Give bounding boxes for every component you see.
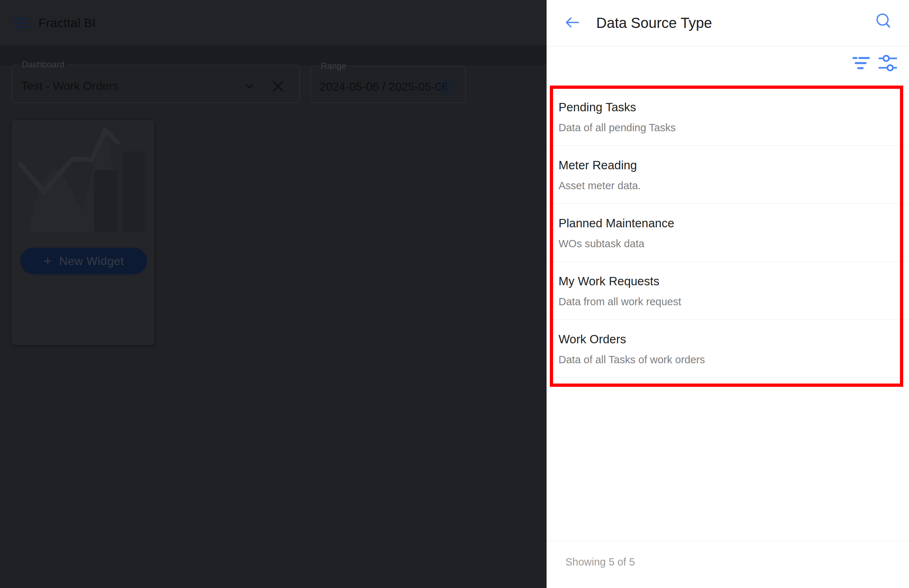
app-title: Fracttal BI bbox=[39, 0, 96, 46]
clear-icon[interactable] bbox=[271, 79, 285, 94]
app-bar: Fracttal BI bbox=[0, 0, 547, 46]
date-range-field[interactable]: Range 2024-05-06 / 2025-05-06 bbox=[311, 61, 466, 103]
list-item-pending-tasks[interactable]: Pending Tasks Data of all pending Tasks bbox=[547, 88, 909, 146]
dimmed-main-area: Fracttal BI Dashboard Test - Work Orders… bbox=[0, 0, 547, 588]
list-item-meter-reading[interactable]: Meter Reading Asset meter data. bbox=[547, 146, 909, 204]
list-item-title: Work Orders bbox=[559, 331, 898, 347]
dashboard-select[interactable]: Dashboard Test - Work Orders bbox=[11, 60, 300, 103]
widget-placeholder-card: + New Widget bbox=[11, 120, 154, 345]
dashboard-label: Dashboard bbox=[18, 60, 68, 69]
data-source-panel: Data Source Type Pending Tasks bbox=[547, 0, 909, 588]
list-item-title: Planned Maintenance bbox=[559, 215, 898, 231]
list-item-title: Meter Reading bbox=[559, 157, 898, 173]
back-arrow-icon[interactable] bbox=[563, 13, 581, 32]
list-item-work-orders[interactable]: Work Orders Data of all Tasks of work or… bbox=[547, 320, 909, 378]
range-label: Range bbox=[318, 61, 350, 71]
sort-icon[interactable] bbox=[852, 55, 870, 72]
search-icon[interactable] bbox=[874, 11, 893, 31]
list-item-title: My Work Requests bbox=[559, 273, 898, 289]
list-item-subtitle: WOs subtask data bbox=[559, 237, 898, 250]
menu-icon[interactable] bbox=[14, 18, 28, 28]
dashboard-value: Test - Work Orders bbox=[12, 69, 299, 103]
new-widget-button[interactable]: + New Widget bbox=[20, 247, 147, 275]
list-item-subtitle: Data of all pending Tasks bbox=[559, 121, 898, 134]
results-count: Showing 5 of 5 bbox=[565, 556, 635, 568]
list-item-my-work-requests[interactable]: My Work Requests Data from all work requ… bbox=[547, 262, 909, 320]
tune-filter-icon[interactable] bbox=[878, 53, 898, 73]
list-item-planned-maintenance[interactable]: Planned Maintenance WOs subtask data bbox=[547, 204, 909, 262]
panel-header: Data Source Type bbox=[547, 0, 909, 46]
list-item-subtitle: Data of all Tasks of work orders bbox=[559, 353, 898, 366]
chart-placeholder-image bbox=[18, 126, 153, 233]
calendar-icon[interactable] bbox=[439, 79, 454, 95]
list-item-subtitle: Data from all work request bbox=[559, 295, 898, 308]
plus-icon: + bbox=[44, 254, 52, 268]
footer-divider bbox=[547, 541, 909, 541]
new-widget-label: New Widget bbox=[59, 255, 124, 268]
chevron-down-icon[interactable] bbox=[243, 80, 256, 93]
panel-title: Data Source Type bbox=[596, 0, 712, 46]
data-source-list: Pending Tasks Data of all pending Tasks … bbox=[547, 88, 909, 378]
header-divider bbox=[547, 46, 909, 47]
list-item-subtitle: Asset meter data. bbox=[559, 179, 898, 192]
list-item-title: Pending Tasks bbox=[559, 99, 898, 115]
